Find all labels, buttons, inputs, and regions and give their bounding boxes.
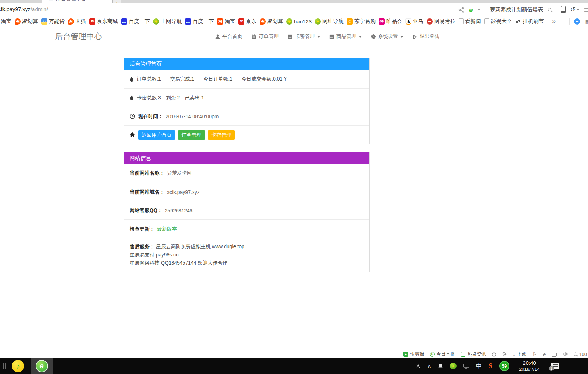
window-mode-button[interactable] xyxy=(552,353,557,356)
menu-icon[interactable]: ≡ xyxy=(584,6,588,13)
bookmark-item[interactable]: a亚马 xyxy=(405,18,424,25)
today-live-button[interactable]: ▶ 今日直播 xyxy=(430,351,455,357)
card-manage-button[interactable]: 卡密管理 xyxy=(208,130,235,140)
site-info-panel: 网站信息 当前网站名称： 异梦发卡网 当前网站域名： xcfk.pay97.xy… xyxy=(124,152,370,272)
sogou-icon[interactable]: S xyxy=(489,362,492,370)
pin-button[interactable] xyxy=(502,352,507,357)
nav-item-cards[interactable]: 卡密管理 xyxy=(287,33,320,40)
nav-item-products[interactable]: 商品管理 xyxy=(329,33,362,40)
tray-expand-icon[interactable]: ∧ xyxy=(427,363,431,369)
download-button[interactable]: ↓ 下载 xyxy=(513,351,526,357)
download-icon: ↓ xyxy=(513,351,515,357)
back-to-user-home-button[interactable]: 返回用户首页 xyxy=(138,130,175,140)
bell-icon[interactable] xyxy=(438,363,443,369)
latest-version-link[interactable]: 最新版本 xyxy=(157,226,177,232)
bookmark-label: 万能贷 xyxy=(49,18,65,25)
bookmark-label: 看新闻 xyxy=(465,18,481,25)
bookmark-item[interactable]: 看新闻 xyxy=(459,18,481,25)
nav-label: 商品管理 xyxy=(336,33,356,40)
bookmark-item[interactable]: 淘淘宝 xyxy=(217,18,235,25)
mute-button[interactable] xyxy=(563,352,568,356)
info-label: 检查更新： xyxy=(130,226,155,232)
bookmark-item[interactable]: 淘天猫 xyxy=(68,18,86,25)
new-tab-button[interactable]: + xyxy=(112,0,121,3)
bookmark-item[interactable]: 淘聚划算 xyxy=(15,18,38,25)
taskbar-clock[interactable]: 20:40 2018/7/14 xyxy=(519,360,540,373)
dashboard-panel: 后台管理首页 订单总数:1 交易完成:1 今日订单数:1 今日成交金额:0.01… xyxy=(124,58,370,144)
zoom-control[interactable]: 100 xyxy=(574,352,587,357)
input-method-indicator[interactable]: 中 xyxy=(476,363,482,369)
apps-grid-icon[interactable]: ▦ xyxy=(585,18,588,25)
quick-clip-button[interactable]: ▶ 快剪辑 xyxy=(403,351,424,357)
nav-item-orders[interactable]: 订单管理 xyxy=(251,33,279,40)
list-icon xyxy=(329,34,334,39)
bookmark-item[interactable]: 淘聚划算 xyxy=(260,18,283,25)
nav-label: 卡密管理 xyxy=(295,33,315,40)
bookmark-item[interactable]: JD京东商城 xyxy=(89,18,118,25)
stat-value: 3 xyxy=(158,95,161,101)
check-update-row: 检查更新： 最新版本 xyxy=(124,219,369,238)
chevron-down-icon xyxy=(359,36,362,38)
clock-icon xyxy=(130,114,135,119)
logout-icon xyxy=(412,34,417,39)
history-button[interactable] xyxy=(492,352,496,357)
bookmark-label: 网址导航 xyxy=(322,18,344,25)
stat-label: 今日成交金额: xyxy=(242,76,273,82)
nav-item-logout[interactable]: 退出登陆 xyxy=(412,33,439,40)
action-center-icon[interactable]: 1 xyxy=(551,363,559,369)
browser-logo-icon[interactable]: e xyxy=(469,6,473,13)
browser-toolbar: cfk.pay97.xyz/admin/ e 萝莉养成计划颜值爆表 ↺ ≡ xyxy=(0,3,588,16)
system-tray: ∧ + 中 S 59 20:40 2018/7/14 1 xyxy=(415,358,559,374)
nav-tray-icon[interactable]: + xyxy=(450,363,457,369)
bookmark-item[interactable]: 万万能贷 xyxy=(41,18,65,25)
bookmark-label: 聚划算 xyxy=(22,18,38,25)
browser-taskbar-button[interactable]: e xyxy=(31,358,53,374)
adblock-icon[interactable]: − xyxy=(574,18,580,25)
address-bar[interactable]: cfk.pay97.xyz/admin/ xyxy=(0,6,48,12)
people-icon[interactable] xyxy=(415,363,421,369)
info-label: 售后服务： xyxy=(130,244,155,249)
bookmark-item[interactable]: +网址导航 xyxy=(315,18,344,25)
bookmark-item[interactable]: 淘淘宝 xyxy=(0,18,11,25)
bookmark-item[interactable]: +上网导航 xyxy=(153,18,182,25)
bookmark-item[interactable]: 灬百度一下 xyxy=(121,18,150,25)
nav-item-settings[interactable]: 系统设置 xyxy=(371,33,403,40)
nav-label: 订单管理 xyxy=(259,33,279,40)
ie-compat-icon[interactable]: e xyxy=(543,351,546,357)
flag-icon[interactable]: ⚐ xyxy=(532,351,537,357)
network-monitor-icon[interactable] xyxy=(463,363,469,369)
hot-news-button[interactable]: 热点资讯 xyxy=(461,351,486,357)
bookmark-label: 唯品会 xyxy=(386,18,402,25)
bookmark-label: 淘宝 xyxy=(225,18,235,25)
bookmark-item[interactable]: JD京东 xyxy=(238,18,257,25)
nav-item-home[interactable]: 平台首页 xyxy=(215,33,242,40)
info-value: xcfk.pay97.xyz xyxy=(167,189,200,195)
live-play-icon: ▶ xyxy=(430,352,435,357)
bookmark-item[interactable]: 网易考拉 xyxy=(427,18,455,25)
undo-icon[interactable]: ↺ xyxy=(570,6,576,13)
page-icon xyxy=(459,18,464,24)
bookmark-item[interactable]: 挂机刷宝 xyxy=(515,18,544,25)
bookmark-item[interactable]: +hao123 xyxy=(286,18,312,25)
chevron-down-icon[interactable] xyxy=(577,9,579,10)
search-input[interactable]: 萝莉养成计划颜值爆表 xyxy=(490,6,543,13)
bookmarks-overflow-icon[interactable]: » xyxy=(552,18,555,25)
bookmark-item[interactable]: ☺苏宁易购 xyxy=(347,18,376,25)
share-icon[interactable] xyxy=(458,7,464,13)
taskbar-grip[interactable] xyxy=(3,363,6,369)
chevron-down-icon[interactable] xyxy=(478,9,480,11)
bookmark-item[interactable]: 特唯品会 xyxy=(379,18,402,25)
speedup-ball-icon[interactable]: 59 xyxy=(499,361,509,371)
stat-value: 0.01 ¥ xyxy=(273,76,287,82)
dashboard-panel-title: 后台管理首页 xyxy=(124,58,369,70)
active-tab[interactable]: 后台管理中心 xyxy=(42,0,112,3)
info-value: 异梦发卡网 xyxy=(167,170,192,177)
bookmark-item[interactable]: 影视大全 xyxy=(484,18,512,25)
amazon-icon: a xyxy=(405,18,411,25)
bookmark-item[interactable]: 灬百度一下 xyxy=(185,18,214,25)
stat-total-orders: 订单总数:1 xyxy=(137,76,161,82)
mobile-icon[interactable] xyxy=(561,6,566,13)
qq-music-icon[interactable]: ♪ xyxy=(12,360,24,372)
order-manage-button[interactable]: 订单管理 xyxy=(178,130,205,140)
search-icon[interactable] xyxy=(548,8,551,11)
